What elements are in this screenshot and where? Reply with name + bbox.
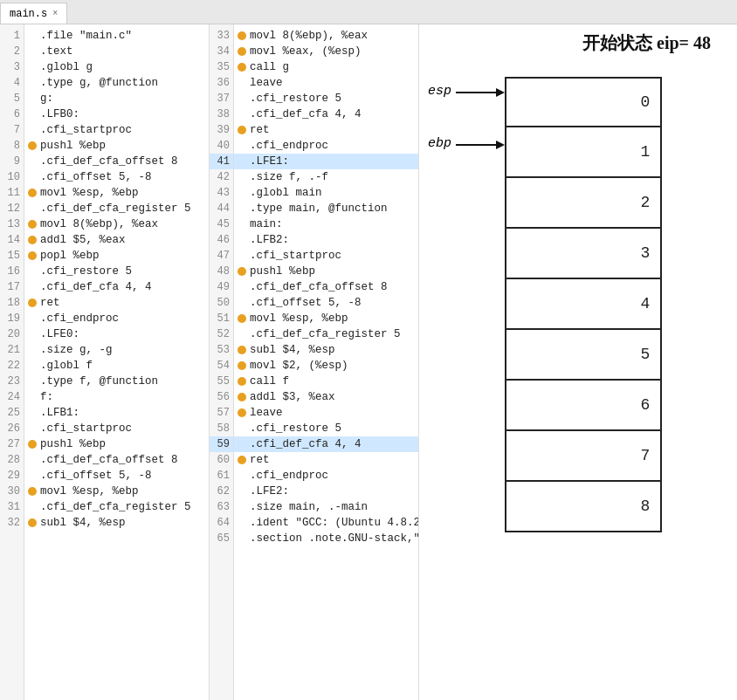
stack-cell [506, 431, 632, 480]
code-text: movl %eax, (%esp) [250, 44, 362, 59]
line-num: 62 [210, 484, 233, 499]
line-num: 46 [210, 232, 233, 248]
line-num: 14 [0, 232, 24, 248]
code-line: movl %esp, %ebp [24, 185, 209, 201]
code-text: .cfi_def_cfa_register 5 [250, 326, 401, 342]
breakpoint-bullet [28, 220, 37, 229]
stack-cell [506, 178, 632, 227]
line-num: 61 [210, 468, 233, 484]
line-num: 39 [210, 122, 233, 138]
line-num: 15 [0, 248, 24, 264]
code-text: .LFE1: [250, 154, 289, 169]
code-text: movl $2, (%esp) [250, 358, 348, 374]
code-line: leave [234, 75, 418, 91]
line-num: 50 [210, 295, 233, 311]
code-text: .text [40, 44, 73, 59]
breakpoint-bullet [238, 31, 246, 40]
code-text: .cfi_def_cfa 4, 4 [250, 436, 362, 452]
code-text: addl $5, %eax [40, 232, 126, 248]
line-num: 41 [210, 154, 233, 169]
code-line: addl $5, %eax [24, 232, 209, 248]
code-line: .cfi_offset 5, -8 [24, 468, 209, 484]
line-num: 27 [0, 436, 24, 452]
code-line: .cfi_def_cfa 4, 4 [24, 279, 209, 295]
code-text: popl %ebp [40, 248, 100, 264]
right-code-column: 3334353637383940414243444546474849505152… [210, 24, 419, 700]
code-text: pushl %ebp [40, 436, 106, 452]
code-text: .cfi_startproc [250, 248, 341, 264]
line-num: 28 [0, 452, 24, 468]
code-line: popl %ebp [24, 248, 209, 264]
code-line: .LFE2: [234, 484, 418, 499]
stack-index: 4 [636, 278, 655, 329]
line-num: 18 [0, 295, 24, 311]
code-text: movl 8(%ebp), %eax [250, 28, 368, 44]
line-num: 65 [210, 531, 233, 546]
code-text: .type main, @function [250, 201, 388, 216]
code-text: movl 8(%ebp), %eax [40, 216, 158, 232]
stack-cell [506, 482, 632, 531]
code-line: .type main, @function [234, 201, 418, 216]
breakpoint-bullet [28, 518, 37, 527]
stack-row: 7 [505, 431, 662, 482]
code-text: .cfi_restore 5 [250, 91, 341, 106]
code-line: .cfi_def_cfa_offset 8 [24, 154, 209, 169]
code-text: .LFB2: [250, 232, 289, 248]
code-text: subl $4, %esp [250, 342, 335, 358]
code-text: .cfi_def_cfa_offset 8 [40, 154, 178, 169]
code-line: .size g, -g [24, 342, 209, 358]
code-text: .LFB0: [40, 106, 79, 122]
breakpoint-bullet [28, 440, 37, 449]
stack-row: 2 [505, 178, 662, 229]
breakpoint-bullet [238, 361, 246, 370]
line-num: 26 [0, 421, 24, 436]
code-text: movl %esp, %ebp [250, 311, 348, 326]
code-text: .cfi_endproc [40, 311, 119, 326]
code-line: .cfi_endproc [24, 311, 209, 326]
stack-row: 8 [505, 482, 662, 532]
code-text: .globl g [40, 59, 93, 75]
breakpoint-bullet [238, 267, 246, 276]
line-num: 47 [210, 248, 233, 264]
annotation-title: 开始状态 eip= 48 [582, 31, 711, 55]
code-text: .cfi_def_cfa_offset 8 [250, 279, 388, 295]
code-text: f: [40, 389, 53, 405]
code-line: call f [234, 374, 418, 389]
breakpoint-bullet [238, 393, 246, 401]
breakpoint-bullet [28, 251, 37, 260]
line-num: 19 [0, 311, 24, 326]
left-code-lines: .file "main.c" .text .globl g .type g, @… [24, 24, 209, 700]
right-code-lines: movl 8(%ebp), %eax movl %eax, (%esp) cal… [234, 24, 418, 700]
stack-row: 4 [505, 279, 662, 330]
code-line: .cfi_def_cfa_register 5 [234, 326, 418, 342]
code-line: .file "main.c" [24, 28, 209, 44]
tab-close-button[interactable]: × [52, 9, 58, 18]
stack-cell [506, 79, 632, 126]
main-content: 1234567891011121314151617181920212223242… [0, 24, 737, 700]
code-line: movl 8(%ebp), %eax [24, 216, 209, 232]
code-line: .cfi_def_cfa 4, 4 [234, 436, 418, 452]
tab-main-s[interactable]: main.s × [0, 3, 67, 24]
line-num: 42 [210, 169, 233, 185]
stack-row: 0 [505, 77, 662, 127]
line-num: 10 [0, 169, 24, 185]
code-text: pushl %ebp [40, 138, 106, 154]
line-num: 64 [210, 515, 233, 531]
code-line: .size f, .-f [234, 169, 418, 185]
code-text: .cfi_startproc [40, 421, 132, 436]
stack-index: 8 [636, 481, 655, 532]
line-num: 60 [210, 452, 233, 468]
code-line: .cfi_def_cfa 4, 4 [234, 106, 418, 122]
code-text: .cfi_def_cfa 4, 4 [40, 279, 152, 295]
stack-row: 1 [505, 127, 662, 178]
breakpoint-bullet [28, 487, 37, 496]
code-text: .cfi_offset 5, -8 [40, 169, 152, 185]
line-num: 57 [210, 405, 233, 421]
code-line: leave [234, 405, 418, 421]
code-text: .size f, .-f [250, 169, 328, 185]
code-text: .type g, @function [40, 75, 158, 91]
line-num: 22 [0, 358, 24, 374]
code-line: .cfi_restore 5 [24, 264, 209, 279]
code-text: .size g, -g [40, 342, 113, 358]
code-line: subl $4, %esp [234, 342, 418, 358]
